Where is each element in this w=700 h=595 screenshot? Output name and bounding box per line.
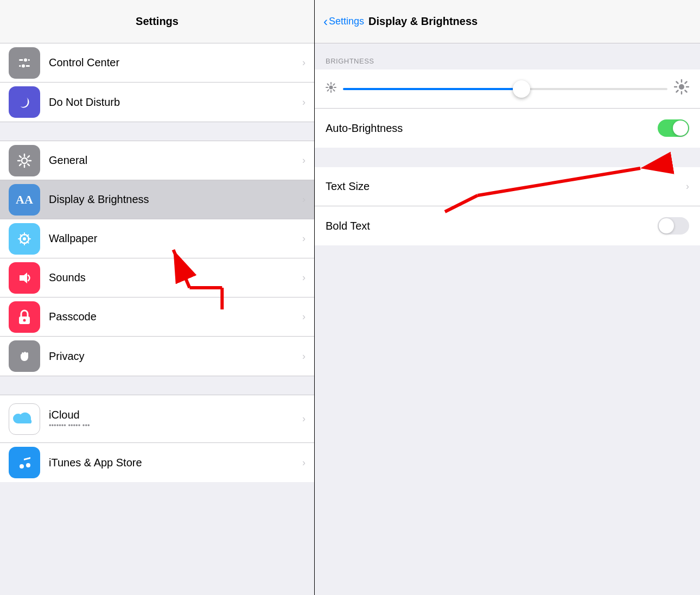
- do-not-disturb-icon: [9, 86, 40, 118]
- sidebar-item-privacy[interactable]: Privacy ›: [0, 337, 314, 376]
- svg-line-30: [677, 82, 678, 84]
- auto-brightness-toggle[interactable]: [658, 119, 689, 137]
- svg-line-32: [685, 82, 687, 84]
- svg-marker-7: [20, 273, 27, 283]
- auto-brightness-thumb: [673, 121, 688, 136]
- svg-line-33: [677, 91, 678, 92]
- bold-text-toggle[interactable]: [658, 217, 689, 235]
- section-gap-2: [0, 376, 314, 395]
- settings-list: Control Center › Do Not Disturb ›: [0, 43, 314, 595]
- sun-small-svg: [326, 82, 336, 93]
- display-chevron: ›: [302, 194, 306, 205]
- settings-group-1: Control Center › Do Not Disturb ›: [0, 43, 314, 122]
- brightness-fill: [343, 88, 521, 90]
- do-not-disturb-label: Do Not Disturb: [49, 96, 302, 109]
- back-label: Settings: [329, 16, 364, 27]
- section-gap-1: [0, 122, 314, 141]
- general-label: General: [49, 154, 302, 167]
- svg-point-6: [23, 237, 26, 240]
- bold-text-thumb: [659, 218, 674, 233]
- sidebar-item-itunes[interactable]: iTunes & App Store ›: [0, 443, 314, 482]
- auto-brightness-row[interactable]: Auto-Brightness: [315, 109, 700, 148]
- display-brightness-panel: ‹ Settings Display & Brightness BRIGHTNE…: [315, 0, 700, 595]
- svg-point-9: [23, 319, 26, 321]
- itunes-svg: [16, 454, 33, 471]
- general-chevron: ›: [302, 155, 306, 166]
- display-label: Display & Brightness: [49, 193, 302, 206]
- left-header: Settings: [0, 0, 314, 43]
- privacy-chevron: ›: [302, 351, 306, 362]
- left-panel-title: Settings: [136, 15, 179, 28]
- icloud-label: iCloud: [49, 409, 302, 421]
- sounds-chevron: ›: [302, 272, 306, 283]
- passcode-icon: [9, 301, 40, 333]
- sounds-svg: [16, 270, 33, 286]
- settings-group-2: General › AA Display & Brightness ›: [0, 141, 314, 376]
- privacy-icon: [9, 340, 40, 372]
- sidebar-item-control-center[interactable]: Control Center ›: [0, 43, 314, 83]
- control-center-chevron: ›: [302, 57, 306, 68]
- icloud-content: iCloud ••••••• ••••• •••: [49, 409, 302, 429]
- brightness-slider-row[interactable]: [315, 69, 700, 109]
- wallpaper-icon: [9, 223, 40, 255]
- settings-left-panel: Settings Control Center ›: [0, 0, 315, 595]
- sidebar-item-do-not-disturb[interactable]: Do Not Disturb ›: [0, 83, 314, 122]
- svg-line-24: [328, 90, 329, 91]
- svg-point-16: [329, 86, 333, 90]
- svg-line-22: [333, 90, 334, 91]
- icloud-chevron: ›: [302, 413, 306, 425]
- section-gap-right: [315, 148, 700, 167]
- brightness-thumb[interactable]: [513, 80, 530, 98]
- brightness-header-text: BRIGHTNESS: [326, 57, 374, 65]
- text-size-row[interactable]: Text Size ›: [315, 167, 700, 206]
- svg-line-21: [328, 84, 329, 85]
- svg-line-23: [333, 84, 334, 85]
- right-content: BRIGHTNESS: [315, 43, 700, 595]
- sidebar-item-general[interactable]: General ›: [0, 141, 314, 180]
- back-button[interactable]: ‹ Settings: [323, 14, 364, 29]
- wallpaper-label: Wallpaper: [49, 232, 302, 245]
- control-center-svg: [16, 54, 33, 72]
- hand-svg: [16, 348, 33, 364]
- cloud-svg: [13, 412, 36, 427]
- passcode-chevron: ›: [302, 311, 306, 322]
- svg-point-2: [23, 58, 28, 62]
- icloud-sublabel: ••••••• ••••• •••: [49, 421, 302, 429]
- svg-point-11: [26, 463, 30, 467]
- svg-point-3: [21, 64, 26, 68]
- sidebar-item-sounds[interactable]: Sounds ›: [0, 258, 314, 298]
- settings-group-3: iCloud ••••••• ••••• ••• › iTunes & App …: [0, 395, 314, 482]
- back-chevron-icon: ‹: [323, 14, 328, 29]
- brightness-section-header: BRIGHTNESS: [315, 43, 700, 69]
- general-icon: [9, 145, 40, 176]
- wallpaper-svg: [16, 231, 33, 247]
- auto-brightness-label: Auto-Brightness: [326, 122, 658, 135]
- bold-text-row[interactable]: Bold Text: [315, 206, 700, 245]
- brightness-track[interactable]: [343, 88, 667, 90]
- moon-svg: [16, 93, 33, 111]
- sounds-label: Sounds: [49, 271, 302, 284]
- right-panel-title: Display & Brightness: [368, 15, 478, 28]
- brightness-group: Auto-Brightness: [315, 69, 700, 148]
- itunes-chevron: ›: [302, 457, 306, 469]
- display-icon-text: AA: [16, 193, 33, 207]
- privacy-label: Privacy: [49, 350, 302, 363]
- sidebar-item-icloud[interactable]: iCloud ••••••• ••••• ••• ›: [0, 395, 314, 443]
- display-icon: AA: [9, 184, 40, 216]
- svg-point-10: [20, 464, 24, 469]
- sidebar-item-wallpaper[interactable]: Wallpaper ›: [0, 219, 314, 258]
- sun-large-icon: [674, 79, 689, 98]
- text-group: Text Size › Bold Text: [315, 167, 700, 245]
- svg-line-31: [685, 91, 687, 92]
- sounds-icon: [9, 262, 40, 294]
- sidebar-item-display[interactable]: AA Display & Brightness ›: [0, 180, 314, 219]
- text-size-chevron: ›: [686, 181, 689, 192]
- itunes-label: iTunes & App Store: [49, 457, 302, 469]
- sidebar-item-passcode[interactable]: Passcode ›: [0, 298, 314, 337]
- passcode-label: Passcode: [49, 311, 302, 323]
- sun-large-svg: [674, 79, 689, 94]
- wallpaper-chevron: ›: [302, 233, 306, 244]
- control-center-icon: [9, 47, 40, 79]
- control-center-label: Control Center: [49, 56, 302, 69]
- gear-svg: [16, 152, 33, 169]
